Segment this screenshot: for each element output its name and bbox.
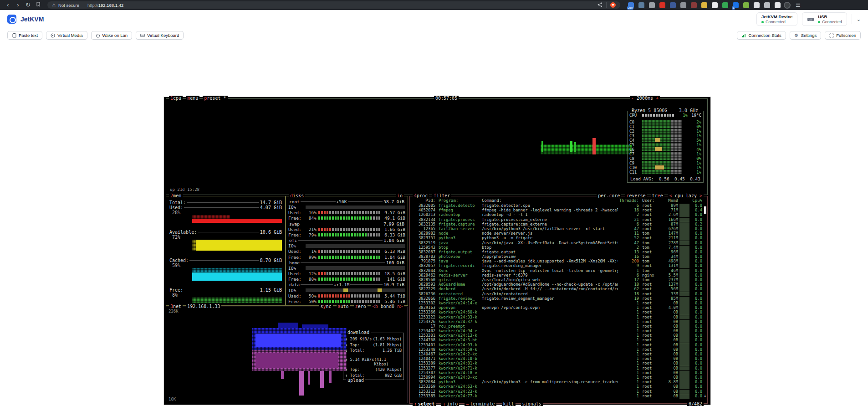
proc-cpu-graph-cell bbox=[679, 352, 689, 357]
proc-sort-selector[interactable]: < cpu lazy > bbox=[668, 193, 704, 198]
proc-cpu-graph-cell bbox=[679, 380, 689, 385]
extension-green[interactable] bbox=[722, 2, 728, 8]
warning-icon: ⚠ bbox=[52, 3, 56, 7]
proc-box-title[interactable]: 4proc bbox=[413, 193, 429, 198]
extension-clipboard[interactable] bbox=[680, 2, 686, 8]
net-interface-selector[interactable]: <b bond0 n> bbox=[371, 304, 404, 309]
extension-flag-red[interactable] bbox=[659, 2, 665, 8]
extension-badge-250[interactable]: 250 bbox=[628, 2, 634, 8]
extension-mask[interactable] bbox=[691, 2, 697, 8]
extension-person[interactable] bbox=[638, 2, 644, 8]
btop-tab-menu[interactable]: menu bbox=[186, 96, 199, 101]
proc-footer-kill[interactable]: kill bbox=[502, 401, 516, 406]
extension-card[interactable] bbox=[764, 2, 770, 8]
page-title: JetKVM bbox=[20, 15, 44, 23]
proc-option-reverse[interactable]: reverse bbox=[625, 193, 647, 198]
net-button-auto[interactable]: auto bbox=[337, 304, 350, 309]
proc-footer-select[interactable]: ↑select bbox=[413, 401, 436, 406]
bookmark-icon[interactable] bbox=[35, 0, 41, 10]
disk-name: root bbox=[288, 199, 301, 204]
disk-name-row: efi1.04 GiB bbox=[288, 238, 405, 243]
net-button-sync[interactable]: sync bbox=[319, 304, 332, 309]
proc-cell: kworker/u24:93-k bbox=[435, 343, 481, 348]
btop-disks-box: disks io root↓56K58.7 GiBIO%Used:16%9.57… bbox=[286, 196, 408, 306]
extension-bug[interactable] bbox=[743, 2, 749, 8]
proc-cell bbox=[481, 338, 618, 343]
proc-cell: 3829751 bbox=[412, 236, 435, 241]
proc-cell: 1 bbox=[618, 310, 639, 315]
back-icon[interactable]: ‹ bbox=[5, 0, 11, 10]
terminal-screen[interactable]: 1cpumenupreset * 00:57:05 - 2000ms + Ryz… bbox=[164, 97, 710, 405]
extension-badge-250-badge: 250 bbox=[627, 6, 633, 10]
extension-star[interactable] bbox=[775, 2, 781, 8]
share-icon[interactable] bbox=[597, 2, 602, 8]
interval-minus[interactable]: - bbox=[631, 96, 637, 101]
fullscreen-button[interactable]: Fullscreen bbox=[825, 31, 861, 40]
disk-free-meter bbox=[318, 278, 381, 281]
proc-cpu-graph-cell bbox=[679, 357, 689, 361]
proc-filter-button[interactable]: filter bbox=[432, 193, 451, 198]
proc-scrollbar-thumb[interactable] bbox=[704, 206, 706, 214]
core-label: C0 bbox=[629, 120, 640, 124]
core-row: C64% bbox=[629, 147, 701, 152]
paste-text-button[interactable]: Paste text bbox=[7, 31, 42, 40]
proc-cell: kworker/u24:77-k bbox=[435, 394, 481, 399]
chevron-down-icon[interactable]: ⌄ bbox=[857, 16, 861, 22]
proc-footer-signals[interactable]: signals bbox=[521, 401, 543, 406]
extension-shield[interactable]: 1 bbox=[733, 2, 739, 8]
extension-yellow[interactable] bbox=[701, 2, 707, 8]
extension-cat[interactable] bbox=[754, 2, 760, 8]
extension-flag-us[interactable] bbox=[670, 2, 676, 8]
brave-rewards-icon[interactable] bbox=[610, 2, 616, 8]
core-usage-graph bbox=[642, 129, 688, 133]
disks-io-tab[interactable]: io bbox=[396, 193, 404, 198]
settings-button[interactable]: ⚙Settings bbox=[790, 31, 821, 40]
proc-option-percore[interactable]: per-core bbox=[597, 193, 621, 198]
proc-option-tree[interactable]: tree bbox=[651, 193, 664, 198]
proc-row: 1253326kworker/u24:37-k1root0B0.0 bbox=[412, 320, 706, 324]
browser-menu-icon[interactable]: ☰ bbox=[796, 2, 801, 8]
proc-cpu-pct: 0.0 bbox=[689, 218, 702, 222]
mem-bar-solid bbox=[192, 219, 282, 223]
btop-tab-1cpu[interactable]: 1cpu bbox=[169, 96, 183, 101]
disk-size: 58.7 GiB bbox=[383, 199, 405, 204]
virtual-keyboard-button[interactable]: Virtual Keyboard bbox=[136, 31, 184, 40]
proc-cell: 9 bbox=[618, 264, 639, 268]
forward-icon[interactable]: › bbox=[15, 0, 21, 10]
net-stat-value: (420 Kibps) bbox=[375, 367, 402, 372]
wake-on-lan-button[interactable]: Wake on Lan bbox=[91, 31, 133, 40]
proc-cell: rcu_preempt bbox=[435, 324, 481, 329]
proc-cell: frigate.review_segment_manager bbox=[481, 297, 618, 301]
proc-footer-terminate[interactable]: ←terminate bbox=[465, 401, 496, 406]
connection-stats-button[interactable]: Connection Stats bbox=[737, 31, 786, 40]
proc-cpu-graph-cell bbox=[679, 385, 689, 389]
extension-shield-badge: 1 bbox=[732, 6, 735, 10]
btop-tab-preset[interactable]: preset * bbox=[203, 96, 227, 101]
usb-status-box[interactable]: USB Connected bbox=[802, 12, 847, 26]
proc-cell: root bbox=[639, 385, 660, 389]
address-bar[interactable]: ⚠ Not secure http://192.168.1.42 bbox=[47, 1, 620, 9]
device-status-box[interactable]: JetKVM Device Connected bbox=[756, 12, 797, 26]
uptime-label: up 21d 15:28 bbox=[170, 187, 199, 192]
disks-box-title[interactable]: disks bbox=[289, 193, 305, 198]
mem-box-title[interactable]: 2mem bbox=[169, 193, 183, 198]
proc-row: 1253385kworker/u24:77-k1root0B0.0 bbox=[412, 394, 706, 399]
proc-scroll-down-icon[interactable]: ↓ bbox=[704, 393, 706, 398]
interval-plus[interactable]: + bbox=[653, 96, 659, 101]
net-button-zero[interactable]: zero bbox=[354, 304, 368, 309]
reload-icon[interactable]: ↻ bbox=[25, 0, 31, 10]
proc-footer-info[interactable]: ↓info bbox=[441, 401, 459, 406]
extension-mail[interactable] bbox=[649, 2, 655, 8]
proc-count: 0/482 bbox=[687, 401, 704, 406]
proc-cpu-graph-cell bbox=[679, 213, 689, 217]
profile-avatar[interactable] bbox=[784, 2, 791, 9]
update-interval-control[interactable]: - 2000ms + bbox=[630, 96, 660, 101]
mem-pct: 8% bbox=[168, 293, 283, 298]
proc-cell: 1 bbox=[618, 366, 639, 371]
net-box-title[interactable]: 3net bbox=[169, 304, 183, 309]
disk-free-pct: 99% bbox=[306, 255, 317, 260]
disk-used-label: Used: bbox=[288, 210, 304, 215]
extension-chat[interactable] bbox=[712, 2, 718, 8]
virtual-media-button[interactable]: Virtual Media bbox=[46, 31, 87, 40]
proc-row: 3832135frigate.capturefrigate.capture:ca… bbox=[412, 222, 706, 227]
